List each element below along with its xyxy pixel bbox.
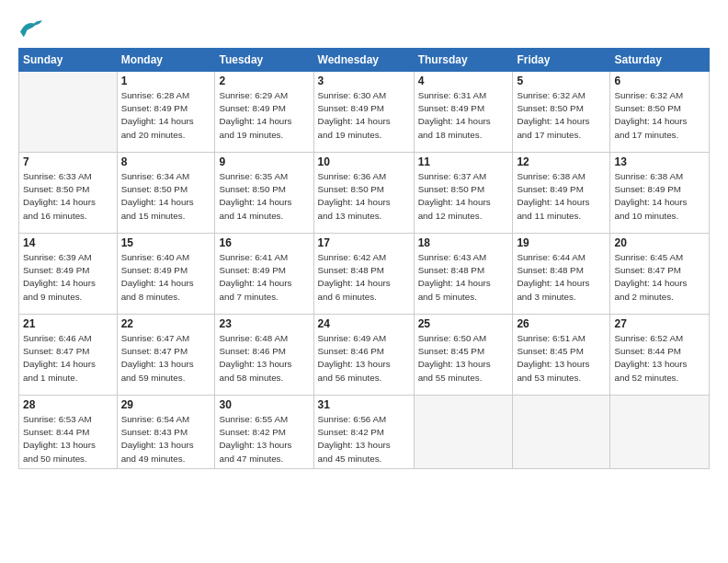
calendar-day-cell: 1Sunrise: 6:28 AM Sunset: 8:49 PM Daylig…	[117, 72, 215, 153]
weekday-header-friday: Friday	[513, 49, 610, 72]
day-info: Sunrise: 6:32 AM Sunset: 8:50 PM Dayligh…	[517, 89, 606, 142]
day-number: 9	[219, 155, 309, 168]
day-number: 4	[418, 75, 509, 87]
weekday-header-sunday: Sunday	[19, 49, 118, 72]
weekday-header-wednesday: Wednesday	[313, 49, 414, 72]
calendar-day-cell: 29Sunrise: 6:54 AM Sunset: 8:43 PM Dayli…	[117, 396, 215, 469]
day-info: Sunrise: 6:30 AM Sunset: 8:49 PM Dayligh…	[318, 89, 410, 142]
calendar-day-cell: 22Sunrise: 6:47 AM Sunset: 8:47 PM Dayli…	[117, 315, 215, 396]
day-number: 11	[418, 155, 509, 168]
calendar-week-row: 1Sunrise: 6:28 AM Sunset: 8:49 PM Daylig…	[19, 72, 710, 153]
day-number: 19	[517, 236, 606, 249]
day-info: Sunrise: 6:34 AM Sunset: 8:50 PM Dayligh…	[121, 170, 211, 223]
day-number: 26	[517, 317, 606, 330]
calendar-day-cell: 3Sunrise: 6:30 AM Sunset: 8:49 PM Daylig…	[313, 72, 414, 153]
day-info: Sunrise: 6:51 AM Sunset: 8:45 PM Dayligh…	[517, 332, 606, 385]
day-info: Sunrise: 6:50 AM Sunset: 8:45 PM Dayligh…	[418, 332, 509, 385]
page: SundayMondayTuesdayWednesdayThursdayFrid…	[0, 0, 728, 478]
day-info: Sunrise: 6:47 AM Sunset: 8:47 PM Dayligh…	[121, 332, 211, 385]
calendar-day-cell: 10Sunrise: 6:36 AM Sunset: 8:50 PM Dayli…	[313, 153, 414, 234]
calendar-day-cell: 13Sunrise: 6:38 AM Sunset: 8:49 PM Dayli…	[610, 153, 710, 234]
calendar-day-cell	[414, 396, 513, 469]
day-info: Sunrise: 6:33 AM Sunset: 8:50 PM Dayligh…	[23, 170, 113, 223]
day-info: Sunrise: 6:35 AM Sunset: 8:50 PM Dayligh…	[219, 170, 309, 223]
calendar-day-cell: 25Sunrise: 6:50 AM Sunset: 8:45 PM Dayli…	[414, 315, 513, 396]
day-info: Sunrise: 6:29 AM Sunset: 8:49 PM Dayligh…	[219, 89, 309, 142]
day-number: 20	[614, 236, 705, 249]
day-number: 22	[121, 317, 211, 330]
calendar-day-cell: 7Sunrise: 6:33 AM Sunset: 8:50 PM Daylig…	[19, 153, 118, 234]
day-number: 30	[219, 398, 309, 411]
calendar-week-row: 7Sunrise: 6:33 AM Sunset: 8:50 PM Daylig…	[19, 153, 710, 234]
calendar-day-cell: 6Sunrise: 6:32 AM Sunset: 8:50 PM Daylig…	[610, 72, 710, 153]
calendar-day-cell	[19, 72, 118, 153]
day-number: 29	[121, 398, 211, 411]
day-number: 6	[614, 75, 705, 87]
calendar-day-cell	[513, 396, 610, 469]
day-number: 3	[318, 75, 410, 87]
day-info: Sunrise: 6:41 AM Sunset: 8:49 PM Dayligh…	[219, 251, 309, 304]
logo-icon	[18, 17, 44, 39]
day-info: Sunrise: 6:36 AM Sunset: 8:50 PM Dayligh…	[318, 170, 410, 223]
calendar-day-cell: 21Sunrise: 6:46 AM Sunset: 8:47 PM Dayli…	[19, 315, 118, 396]
calendar-day-cell: 30Sunrise: 6:55 AM Sunset: 8:42 PM Dayli…	[215, 396, 313, 469]
calendar-day-cell: 17Sunrise: 6:42 AM Sunset: 8:48 PM Dayli…	[313, 234, 414, 315]
day-info: Sunrise: 6:38 AM Sunset: 8:49 PM Dayligh…	[517, 170, 606, 223]
day-number: 31	[318, 398, 410, 411]
day-info: Sunrise: 6:38 AM Sunset: 8:49 PM Dayligh…	[614, 170, 705, 223]
day-info: Sunrise: 6:55 AM Sunset: 8:42 PM Dayligh…	[219, 413, 309, 465]
day-info: Sunrise: 6:31 AM Sunset: 8:49 PM Dayligh…	[418, 89, 509, 142]
day-info: Sunrise: 6:49 AM Sunset: 8:46 PM Dayligh…	[318, 332, 410, 385]
day-number: 2	[219, 75, 309, 87]
calendar-day-cell: 11Sunrise: 6:37 AM Sunset: 8:50 PM Dayli…	[414, 153, 513, 234]
weekday-header-saturday: Saturday	[610, 49, 710, 72]
calendar-day-cell: 8Sunrise: 6:34 AM Sunset: 8:50 PM Daylig…	[117, 153, 215, 234]
day-number: 28	[23, 398, 113, 411]
calendar-day-cell: 4Sunrise: 6:31 AM Sunset: 8:49 PM Daylig…	[414, 72, 513, 153]
calendar-day-cell: 16Sunrise: 6:41 AM Sunset: 8:49 PM Dayli…	[215, 234, 313, 315]
calendar-day-cell: 23Sunrise: 6:48 AM Sunset: 8:46 PM Dayli…	[215, 315, 313, 396]
day-number: 24	[318, 317, 410, 330]
calendar-day-cell: 27Sunrise: 6:52 AM Sunset: 8:44 PM Dayli…	[610, 315, 710, 396]
weekday-header-monday: Monday	[117, 49, 215, 72]
calendar-week-row: 14Sunrise: 6:39 AM Sunset: 8:49 PM Dayli…	[19, 234, 710, 315]
logo	[18, 17, 48, 39]
day-number: 14	[23, 236, 113, 249]
day-number: 5	[517, 75, 606, 87]
day-number: 7	[23, 155, 113, 168]
day-number: 15	[121, 236, 211, 249]
day-info: Sunrise: 6:56 AM Sunset: 8:42 PM Dayligh…	[318, 413, 410, 465]
day-number: 21	[23, 317, 113, 330]
calendar-day-cell: 20Sunrise: 6:45 AM Sunset: 8:47 PM Dayli…	[610, 234, 710, 315]
calendar-day-cell: 18Sunrise: 6:43 AM Sunset: 8:48 PM Dayli…	[414, 234, 513, 315]
weekday-header-row: SundayMondayTuesdayWednesdayThursdayFrid…	[19, 49, 710, 72]
weekday-header-thursday: Thursday	[414, 49, 513, 72]
day-number: 16	[219, 236, 309, 249]
day-number: 8	[121, 155, 211, 168]
calendar-week-row: 28Sunrise: 6:53 AM Sunset: 8:44 PM Dayli…	[19, 396, 710, 469]
calendar-day-cell: 2Sunrise: 6:29 AM Sunset: 8:49 PM Daylig…	[215, 72, 313, 153]
day-number: 17	[318, 236, 410, 249]
calendar-day-cell	[610, 396, 710, 469]
calendar-day-cell: 5Sunrise: 6:32 AM Sunset: 8:50 PM Daylig…	[513, 72, 610, 153]
day-info: Sunrise: 6:43 AM Sunset: 8:48 PM Dayligh…	[418, 251, 509, 304]
calendar-table: SundayMondayTuesdayWednesdayThursdayFrid…	[18, 48, 710, 469]
day-number: 27	[614, 317, 705, 330]
day-number: 13	[614, 155, 705, 168]
header	[18, 17, 710, 39]
day-number: 18	[418, 236, 509, 249]
calendar-day-cell: 12Sunrise: 6:38 AM Sunset: 8:49 PM Dayli…	[513, 153, 610, 234]
calendar-day-cell: 28Sunrise: 6:53 AM Sunset: 8:44 PM Dayli…	[19, 396, 118, 469]
calendar-day-cell: 24Sunrise: 6:49 AM Sunset: 8:46 PM Dayli…	[313, 315, 414, 396]
day-info: Sunrise: 6:32 AM Sunset: 8:50 PM Dayligh…	[614, 89, 705, 142]
day-info: Sunrise: 6:54 AM Sunset: 8:43 PM Dayligh…	[121, 413, 211, 465]
day-info: Sunrise: 6:28 AM Sunset: 8:49 PM Dayligh…	[121, 89, 211, 142]
calendar-day-cell: 19Sunrise: 6:44 AM Sunset: 8:48 PM Dayli…	[513, 234, 610, 315]
day-info: Sunrise: 6:46 AM Sunset: 8:47 PM Dayligh…	[23, 332, 113, 385]
day-info: Sunrise: 6:53 AM Sunset: 8:44 PM Dayligh…	[23, 413, 113, 465]
day-number: 12	[517, 155, 606, 168]
day-number: 25	[418, 317, 509, 330]
calendar-day-cell: 9Sunrise: 6:35 AM Sunset: 8:50 PM Daylig…	[215, 153, 313, 234]
day-info: Sunrise: 6:37 AM Sunset: 8:50 PM Dayligh…	[418, 170, 509, 223]
weekday-header-tuesday: Tuesday	[215, 49, 313, 72]
